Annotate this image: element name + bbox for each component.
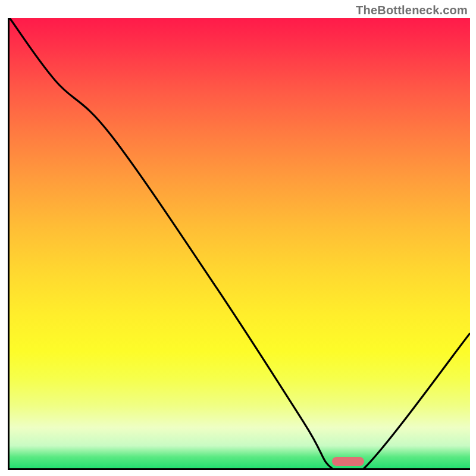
optimal-marker bbox=[332, 457, 364, 466]
watermark-text: TheBottleneck.com bbox=[356, 4, 468, 17]
bottleneck-curve bbox=[10, 18, 470, 468]
chart-container: TheBottleneck.com bbox=[0, 0, 476, 476]
plot-area bbox=[8, 18, 470, 470]
curve-path bbox=[10, 18, 470, 468]
